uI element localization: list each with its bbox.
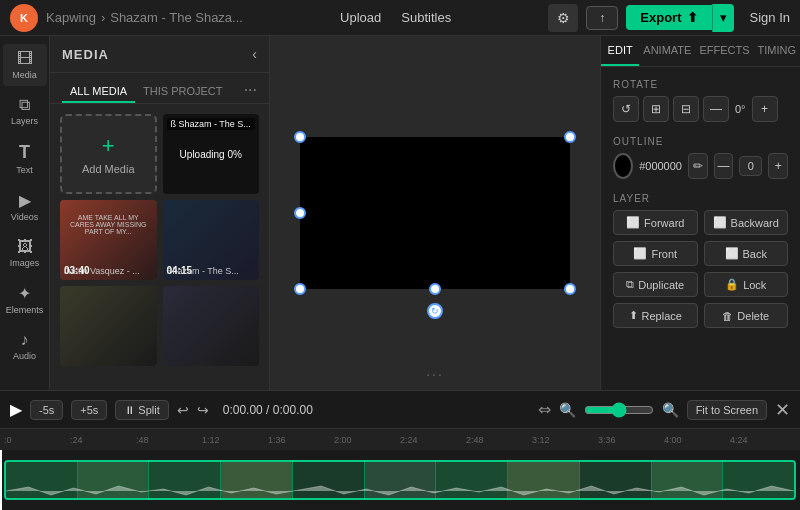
ruler-marks: :0 :24 :48 1:12 1:36 2:00 2:24 2:48 3:12… — [4, 435, 796, 445]
sidebar-item-images[interactable]: 🖼 Images — [3, 232, 47, 274]
timeline-track[interactable] — [4, 460, 796, 500]
front-label: Front — [651, 248, 677, 260]
media-thumb-1[interactable]: AME TAKE ALL MY CARES AWAY MISSING PART … — [60, 200, 157, 280]
sidebar-item-text[interactable]: T Text — [3, 136, 47, 181]
fit-to-screen-button[interactable]: Fit to Screen — [687, 400, 767, 420]
thumb-title-2: Shazam - The S... — [167, 266, 254, 276]
handle-bottom-right[interactable] — [564, 283, 576, 295]
forward-button[interactable]: ⬜ Forward — [613, 210, 698, 235]
media-thumb-4[interactable] — [163, 286, 260, 366]
thumb-label-1: ß Shazam - The S... — [167, 118, 255, 130]
subtitles-link[interactable]: Subtitles — [401, 10, 451, 25]
media-label: Media — [12, 70, 37, 80]
sidebar-item-audio[interactable]: ♪ Audio — [3, 325, 47, 367]
media-tabs: ALL MEDIA THIS PROJECT ··· — [50, 73, 269, 104]
ruler-48: :48 — [136, 435, 202, 445]
zoom-slider[interactable] — [584, 402, 654, 418]
rotate-ccw-button[interactable]: ↺ — [613, 96, 639, 122]
front-button[interactable]: ⬜ Front — [613, 241, 698, 266]
resize-handle-icon[interactable]: ⇔ — [538, 400, 551, 419]
lock-button[interactable]: 🔒 Lock — [704, 272, 789, 297]
right-tabs: EDIT ANIMATE EFFECTS TIMING — [601, 36, 800, 67]
zoom-in-icon[interactable]: 🔍 — [662, 402, 679, 418]
handle-top-right[interactable] — [564, 131, 576, 143]
play-button[interactable]: ▶ — [10, 400, 22, 419]
zoom-out-icon[interactable]: 🔍 — [559, 402, 576, 418]
elements-icon: ✦ — [18, 284, 31, 303]
sidebar-item-elements[interactable]: ✦ Elements — [3, 278, 47, 321]
tab-edit[interactable]: EDIT — [601, 36, 639, 66]
replace-icon: ⬆ — [629, 309, 638, 322]
timeline-track-area[interactable] — [0, 450, 800, 510]
media-thumb-2[interactable]: 04:15 Shazam - The S... — [163, 200, 260, 280]
add-media-button[interactable]: + Add Media — [60, 114, 157, 194]
undo-button[interactable]: ↩ — [177, 402, 189, 418]
breadcrumb-separator: › — [101, 10, 105, 25]
export-group: Export ⬆ ▾ — [626, 4, 733, 32]
tab-timing[interactable]: TIMING — [754, 36, 801, 66]
rotate-minus-button[interactable]: — — [703, 96, 729, 122]
redo-button[interactable]: ↪ — [197, 402, 209, 418]
split-button[interactable]: ⏸ Split — [115, 400, 168, 420]
backward-label: Backward — [731, 217, 779, 229]
backward-button[interactable]: ⬜ Backward — [704, 210, 789, 235]
add-media-label: Add Media — [82, 163, 135, 175]
audio-label: Audio — [13, 351, 36, 361]
rotate-controls: ↺ ⊞ ⊟ — 0° + — [613, 96, 788, 122]
handle-middle-left[interactable] — [294, 207, 306, 219]
export-button[interactable]: Export ⬆ — [626, 5, 711, 30]
outline-edit-button[interactable]: ✏ — [688, 153, 708, 179]
signin-link[interactable]: Sign In — [750, 10, 790, 25]
tab-this-project[interactable]: THIS PROJECT — [135, 81, 230, 103]
tab-all-media[interactable]: ALL MEDIA — [62, 81, 135, 103]
left-sidebar: 🎞 Media ⧉ Layers T Text ▶ Videos 🖼 Image… — [0, 36, 50, 390]
replace-button[interactable]: ⬆ Replace — [613, 303, 698, 328]
tab-animate[interactable]: ANIMATE — [639, 36, 695, 66]
handle-top-left[interactable] — [294, 131, 306, 143]
upload-status: Uploading 0% — [180, 149, 242, 160]
layers-icon: ⧉ — [19, 96, 30, 114]
back-label: Back — [743, 248, 767, 260]
ruler-0: :0 — [4, 435, 70, 445]
close-timeline-button[interactable]: ✕ — [775, 399, 790, 421]
back-button[interactable]: ⬜ Back — [704, 241, 789, 266]
rotate-section-title: ROTATE — [613, 79, 788, 90]
outline-plus-button[interactable]: + — [768, 153, 788, 179]
sidebar-item-videos[interactable]: ▶ Videos — [3, 185, 47, 228]
share-button[interactable]: ↑ — [586, 6, 618, 30]
duplicate-button[interactable]: ⧉ Duplicate — [613, 272, 698, 297]
outline-minus-button[interactable]: — — [714, 153, 734, 179]
minus5-button[interactable]: -5s — [30, 400, 63, 420]
plus5-button[interactable]: +5s — [71, 400, 107, 420]
media-thumb-3[interactable] — [60, 286, 157, 366]
tab-effects[interactable]: EFFECTS — [695, 36, 753, 66]
rotate-plus-button[interactable]: + — [752, 96, 778, 122]
delete-icon: 🗑 — [722, 310, 733, 322]
media-thumb-uploading[interactable]: Uploading 0% ß Shazam - The S... — [163, 114, 260, 194]
duplicate-label: Duplicate — [638, 279, 684, 291]
media-more-button[interactable]: ··· — [244, 81, 257, 103]
handle-bottom-middle[interactable] — [429, 283, 441, 295]
outline-color-value: #000000 — [639, 160, 682, 172]
right-content: ROTATE ↺ ⊞ ⊟ — 0° + OUTLINE #000000 ✏ — — [601, 67, 800, 340]
rotate-handle[interactable]: ↻ — [427, 303, 443, 319]
flip-v-button[interactable]: ⊟ — [673, 96, 699, 122]
upload-link[interactable]: Upload — [340, 10, 381, 25]
delete-button[interactable]: 🗑 Delete — [704, 303, 789, 328]
ruler-112: 1:12 — [202, 435, 268, 445]
ruler-424: 4:24 — [730, 435, 796, 445]
forward-icon: ⬜ — [626, 216, 640, 229]
videos-label: Videos — [11, 212, 38, 222]
images-icon: 🖼 — [17, 238, 33, 256]
handle-bottom-left[interactable] — [294, 283, 306, 295]
flip-h-button[interactable]: ⊞ — [643, 96, 669, 122]
sidebar-item-media[interactable]: 🎞 Media — [3, 44, 47, 86]
outline-color-swatch[interactable] — [613, 153, 633, 179]
media-collapse-button[interactable]: ‹ — [252, 46, 257, 62]
export-dropdown-button[interactable]: ▾ — [712, 4, 734, 32]
settings-icon[interactable]: ⚙ — [548, 4, 578, 32]
sidebar-item-layers[interactable]: ⧉ Layers — [3, 90, 47, 132]
rotate-value: 0° — [733, 103, 748, 115]
brand: Kapwing › Shazam - The Shaza... — [46, 10, 243, 25]
canvas-area[interactable]: ↻ ··· — [270, 36, 600, 390]
